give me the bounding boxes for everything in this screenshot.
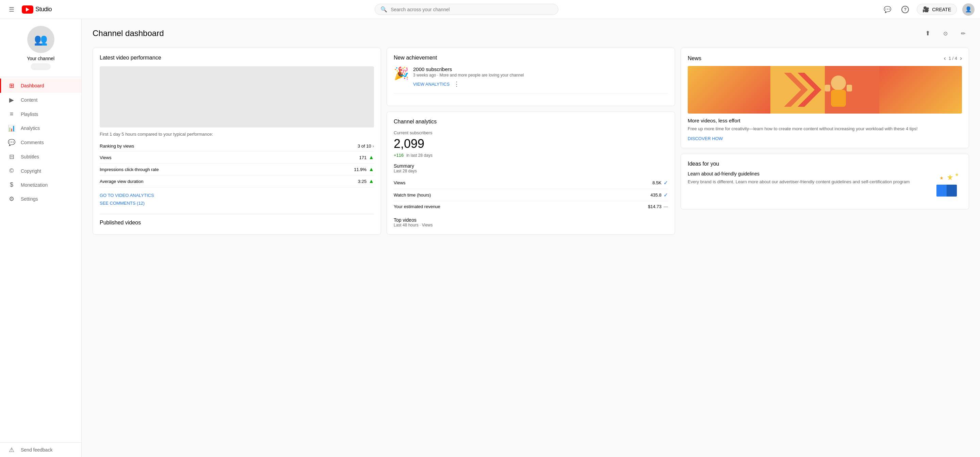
sidebar-item-label: Send feedback	[21, 447, 52, 452]
subs-change: +116	[394, 153, 404, 158]
discover-how-link[interactable]: DISCOVER HOW	[688, 136, 723, 141]
sidebar-item-dashboard[interactable]: ⊞ Dashboard	[0, 79, 81, 93]
views-value: 171	[359, 155, 366, 160]
messages-button[interactable]: 💬	[881, 3, 894, 16]
svg-marker-11	[947, 175, 953, 180]
channel-name: Your channel	[5, 56, 76, 61]
perf-note: First 1 day 5 hours compared to your typ…	[100, 132, 374, 137]
news-article-title: More videos, less effort	[688, 117, 962, 124]
settings-icon: ⚙	[8, 195, 15, 203]
channel-avatar: 👥	[27, 26, 54, 53]
create-button[interactable]: 🎥 CREATE	[917, 4, 957, 15]
duration-value: 3:25	[358, 179, 366, 184]
sidebar-item-label: Content	[21, 97, 37, 103]
perf-label: Ranking by views	[100, 143, 134, 149]
youtube-logo-icon	[22, 5, 33, 14]
right-column: News ‹ 1 / 4 ›	[681, 48, 969, 235]
achievement-card-title: New achievement	[394, 55, 668, 61]
idea-desc: Every brand is different. Learn more abo…	[688, 179, 910, 185]
help-button[interactable]: ?	[899, 3, 911, 16]
go-to-analytics-link[interactable]: GO TO VIDEO ANALYTICS	[100, 193, 374, 198]
upload-button[interactable]: ⬆	[921, 27, 934, 40]
sidebar-item-label: Subtitles	[21, 154, 39, 159]
idea-illustration	[935, 171, 962, 202]
achievement-meta: 3 weeks ago · More and more people are l…	[413, 73, 524, 78]
see-comments-link[interactable]: SEE COMMENTS (12)	[100, 201, 374, 206]
help-icon: ?	[901, 6, 909, 13]
svg-rect-6	[825, 85, 830, 92]
menu-button[interactable]: ☰	[5, 3, 18, 16]
sidebar-item-playlists[interactable]: ≡ Playlists	[0, 107, 81, 121]
perf-row-views: Views 171 ▲	[100, 152, 374, 163]
view-analytics-link[interactable]: VIEW ANALYTICS	[413, 82, 450, 87]
analytics-card-title: Channel analytics	[394, 119, 668, 125]
avatar[interactable]: 👤	[962, 3, 975, 16]
summary-val: 8.5K ✓	[652, 179, 668, 186]
sidebar-item-label: Settings	[21, 196, 38, 202]
sidebar-item-comments[interactable]: 💬 Comments	[0, 135, 81, 150]
edit-button[interactable]: ✏	[957, 27, 969, 40]
subs-period: in last 28 days	[406, 153, 433, 158]
news-card-title: News	[688, 56, 701, 62]
dashboard-grid: Latest video performance First 1 day 5 h…	[92, 48, 969, 235]
card-links: GO TO VIDEO ANALYTICS SEE COMMENTS (12)	[100, 193, 374, 206]
news-next-button[interactable]: ›	[960, 55, 962, 62]
sidebar-item-settings[interactable]: ⚙ Settings	[0, 192, 81, 206]
summary-title: Summary	[394, 163, 668, 169]
sidebar-item-content[interactable]: ▶ Content	[0, 93, 81, 107]
studio-label: Studio	[35, 6, 52, 13]
svg-marker-12	[955, 173, 959, 176]
sidebar-item-label: Comments	[21, 140, 44, 145]
monetization-icon: $	[8, 181, 15, 188]
avatar-image: 👤	[965, 6, 972, 13]
channel-info: 👥 Your channel	[0, 19, 81, 77]
main-content: Channel dashboard ⬆ ⊙ ✏ Latest video per…	[82, 19, 980, 457]
sidebar-nav: ⊞ Dashboard ▶ Content ≡ Playlists 📊 Anal…	[0, 79, 81, 206]
sidebar-item-monetization[interactable]: $ Monetization	[0, 178, 81, 192]
layout: 👥 Your channel ⊞ Dashboard ▶ Content ≡ P…	[0, 0, 980, 457]
dash-icon: —	[663, 204, 668, 209]
logo[interactable]: Studio	[22, 5, 52, 14]
check-icon: ✓	[663, 192, 668, 198]
sidebar-item-analytics[interactable]: 📊 Analytics	[0, 121, 81, 135]
search-input[interactable]	[391, 7, 553, 12]
perf-row-ctr: Impressions click-through rate 11.9% ▲	[100, 163, 374, 175]
summary-row-views: Views 8.5K ✓	[394, 177, 668, 189]
page-header: Channel dashboard ⬆ ⊙ ✏	[92, 27, 969, 40]
svg-rect-7	[846, 85, 852, 92]
live-button[interactable]: ⊙	[939, 27, 951, 40]
news-header: News ‹ 1 / 4 ›	[688, 55, 962, 62]
rank-value-text: 3 of 10	[358, 143, 371, 149]
top-videos-period: Last 48 hours · Views	[394, 223, 668, 227]
playlists-icon: ≡	[8, 111, 15, 117]
search-box: 🔍	[375, 4, 558, 15]
sidebar: 👥 Your channel ⊞ Dashboard ▶ Content ≡ P…	[0, 19, 82, 457]
summary-label: Your estimated revenue	[394, 204, 440, 209]
summary-label: Watch time (hours)	[394, 192, 431, 198]
ideas-card-title: Ideas for you	[688, 161, 962, 167]
sidebar-item-label: Playlists	[21, 111, 38, 117]
perf-value: 3 of 10 ›	[358, 143, 374, 149]
messages-icon: 💬	[884, 6, 891, 13]
news-card: News ‹ 1 / 4 ›	[681, 48, 969, 148]
svg-rect-5	[831, 90, 846, 107]
content-icon: ▶	[8, 96, 15, 104]
perf-label: Average view duration	[100, 179, 143, 184]
perf-value: 171 ▲	[359, 154, 374, 160]
sidebar-item-send-feedback[interactable]: ⚠ Send feedback	[0, 443, 81, 457]
achievement-actions: VIEW ANALYTICS ⋮	[413, 80, 524, 88]
more-options-button[interactable]: ⋮	[453, 80, 460, 88]
perf-value: 3:25 ▲	[358, 178, 374, 184]
news-pagination: 1 / 4	[949, 56, 957, 61]
dashboard-icon: ⊞	[8, 82, 15, 89]
up-arrow-icon: ▲	[369, 178, 374, 184]
video-thumbnail[interactable]	[100, 66, 374, 127]
news-prev-button[interactable]: ‹	[944, 55, 946, 62]
sidebar-item-subtitles[interactable]: ⊟ Subtitles	[0, 150, 81, 164]
header-search: 🔍	[52, 4, 881, 15]
create-label: CREATE	[932, 7, 951, 12]
idea-svg	[935, 171, 962, 198]
subs-change-row: +116 in last 28 days	[394, 152, 668, 158]
sidebar-item-copyright[interactable]: © Copyright	[0, 164, 81, 178]
summary-row-revenue: Your estimated revenue $14.73 —	[394, 201, 668, 212]
